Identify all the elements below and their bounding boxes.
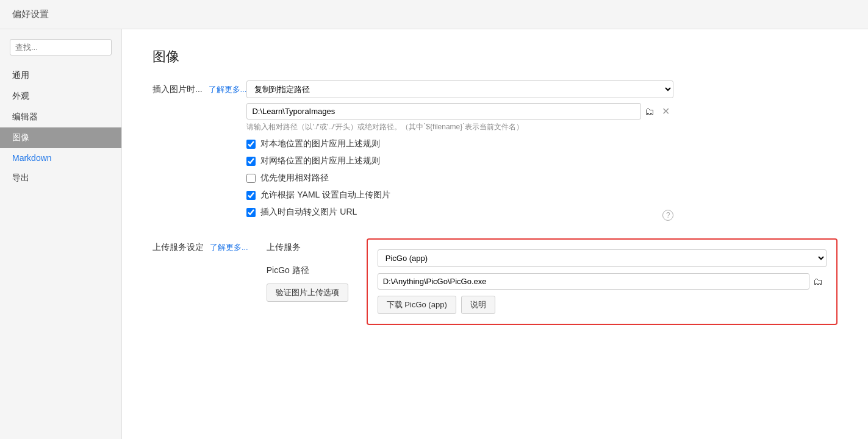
sidebar-item-markdown[interactable]: Markdown	[0, 148, 121, 168]
checkbox-local-input[interactable]	[246, 140, 256, 149]
checkbox-local-label: 对本地位置的图片应用上述规则	[260, 138, 380, 149]
upload-learn-more-link[interactable]: 了解更多...	[210, 243, 248, 252]
sidebar-item-appearance[interactable]: 外观	[0, 86, 121, 107]
clear-path-button[interactable]: ✕	[658, 103, 673, 120]
upload-middle: 上传服务 PicGo 路径 验证图片上传选项	[267, 238, 348, 302]
picgo-path-label: PicGo 路径	[267, 265, 348, 276]
checkbox-network: 对网络位置的图片应用上述规则	[246, 155, 673, 166]
sidebar-item-image[interactable]: 图像	[0, 127, 121, 148]
checkbox-network-input[interactable]	[246, 157, 256, 166]
help-icon[interactable]: ?	[662, 210, 673, 221]
picgo-btn-row: 下载 PicGo (app) 说明	[378, 296, 827, 314]
verify-button[interactable]: 验证图片上传选项	[267, 284, 348, 302]
browse-folder-button[interactable]: 🗂	[641, 104, 658, 120]
upload-label-area: 上传服务设定 了解更多...	[152, 238, 248, 253]
checkbox-yaml: 允许根据 YAML 设置自动上传图片	[246, 190, 673, 201]
checkbox-url-label: 插入时自动转义图片 URL	[260, 207, 357, 218]
upload-right: PicGo (app) Custom Command PicGo-Core (c…	[367, 238, 838, 325]
page-title: 偏好设置	[0, 0, 868, 29]
insert-dropdown[interactable]: 复制到指定路径 无特殊操作 复制到当前目录 移动到指定路径 上传图片	[246, 80, 673, 98]
insert-dropdown-row: 复制到指定路径 无特殊操作 复制到当前目录 移动到指定路径 上传图片	[246, 80, 673, 98]
checkbox-url-row: 插入时自动转义图片 URL ?	[246, 207, 673, 224]
download-picgo-button[interactable]: 下载 PicGo (app)	[378, 296, 456, 314]
upload-form-group: 上传服务设定 了解更多... 上传服务 PicGo 路径 验证图片上传选项 Pi…	[152, 238, 838, 325]
sidebar: 通用 外观 编辑器 图像 Markdown 导出	[0, 29, 122, 439]
checkbox-relative: 优先使用相对路径	[246, 173, 673, 184]
main-content: 图像 插入图片时... 了解更多... 复制到指定路径 无特殊操作 复制到当前目…	[122, 29, 868, 439]
upload-service-row: PicGo (app) Custom Command PicGo-Core (c…	[378, 249, 827, 267]
insert-label: 插入图片时... 了解更多...	[152, 80, 246, 95]
explain-button[interactable]: 说明	[461, 296, 495, 314]
section-title: 图像	[152, 48, 838, 66]
upload-service-select[interactable]: PicGo (app) Custom Command PicGo-Core (c…	[378, 249, 827, 267]
path-row: 🗂 ✕	[246, 103, 673, 120]
checkbox-network-label: 对网络位置的图片应用上述规则	[260, 155, 380, 166]
upload-section: 上传服务设定 了解更多... 上传服务 PicGo 路径 验证图片上传选项 Pi…	[152, 238, 838, 325]
picgo-path-row: 🗂	[378, 273, 827, 290]
checkbox-yaml-label: 允许根据 YAML 设置自动上传图片	[260, 190, 390, 201]
sidebar-item-export[interactable]: 导出	[0, 168, 121, 188]
insert-controls: 复制到指定路径 无特殊操作 复制到当前目录 移动到指定路径 上传图片 🗂 ✕ 请…	[246, 80, 673, 224]
path-hint: 请输入相对路径（以'./'或'../'开头）或绝对路径。（其中`${filena…	[246, 122, 673, 132]
upload-service-label: 上传服务	[267, 238, 348, 253]
sidebar-item-general[interactable]: 通用	[0, 65, 121, 86]
sidebar-nav: 通用 外观 编辑器 图像 Markdown 导出	[0, 65, 121, 188]
checkbox-local: 对本地位置的图片应用上述规则	[246, 138, 673, 149]
path-input[interactable]	[246, 103, 641, 120]
insert-learn-more-link[interactable]: 了解更多...	[209, 85, 247, 94]
checkbox-yaml-input[interactable]	[246, 191, 256, 200]
checkbox-url-input[interactable]	[246, 208, 256, 217]
search-box[interactable]	[10, 39, 112, 55]
picgo-path-input[interactable]	[378, 273, 809, 290]
checkbox-url: 插入时自动转义图片 URL	[246, 207, 662, 218]
upload-highlighted-box: PicGo (app) Custom Command PicGo-Core (c…	[367, 238, 838, 325]
checkbox-relative-input[interactable]	[246, 174, 256, 183]
insert-image-group: 插入图片时... 了解更多... 复制到指定路径 无特殊操作 复制到当前目录 移…	[152, 80, 838, 224]
picgo-browse-button[interactable]: 🗂	[809, 274, 827, 290]
checkbox-relative-label: 优先使用相对路径	[260, 173, 329, 184]
sidebar-item-editor[interactable]: 编辑器	[0, 107, 121, 127]
search-input[interactable]	[10, 39, 112, 55]
